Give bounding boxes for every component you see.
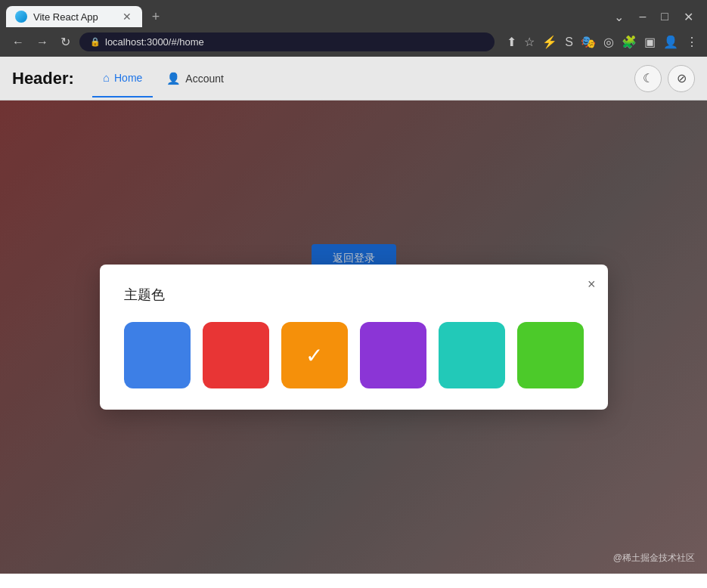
share-icon[interactable]: ⬆ [507,35,516,49]
window-controls: ⌄ – □ ✕ [609,8,701,26]
window-close-button[interactable]: ✕ [679,8,698,26]
extension4-icon[interactable]: ◎ [603,35,614,49]
dark-mode-button[interactable]: ☾ [634,65,662,92]
nav-account-label: Account [185,73,224,85]
modal-overlay: 主题色 × ✓ [0,101,707,574]
extension3-icon[interactable]: 🎭 [581,35,596,49]
app-header: Header: ⌂ Home 👤 Account ☾ ⊘ [0,57,707,101]
nav-item-home[interactable]: ⌂ Home [92,59,153,97]
tab-bar: Vite React App ✕ + ⌄ – □ ✕ [0,0,707,27]
browser-toolbar: ⬆ ☆ ⚡ S 🎭 ◎ 🧩 ▣ 👤 ⋮ [501,35,698,49]
color-swatches: ✓ [124,322,584,388]
theme-color-modal: 主题色 × ✓ [100,265,608,410]
color-swatch-teal[interactable] [439,322,505,388]
address-bar: ← → ↻ 🔒 localhost:3000/#/home ⬆ ☆ ⚡ S 🎭 … [0,27,707,57]
menu-icon[interactable]: ⋮ [686,35,698,49]
address-input[interactable]: 🔒 localhost:3000/#/home [79,32,495,51]
nav-menu: ⌂ Home 👤 Account [92,59,634,97]
color-swatch-red[interactable] [203,322,269,388]
tab-close-button[interactable]: ✕ [121,11,133,23]
nav-back-button[interactable]: ← [9,32,27,52]
nav-forward-button[interactable]: → [33,32,51,52]
new-tab-button[interactable]: + [145,6,166,27]
swatch-checkmark: ✓ [305,343,323,368]
active-tab[interactable]: Vite React App ✕ [6,6,142,27]
extension1-icon[interactable]: ⚡ [542,35,557,49]
account-icon: 👤 [166,72,181,85]
profile-icon[interactable]: 👤 [663,35,678,49]
color-swatch-green[interactable] [517,322,584,388]
modal-close-button[interactable]: × [588,277,596,292]
window-maximize-button[interactable]: □ [656,8,673,25]
color-swatch-orange[interactable]: ✓ [281,322,348,388]
home-icon: ⌂ [103,71,110,84]
extension2-icon[interactable]: S [565,36,573,49]
nav-home-label: Home [114,72,142,84]
tab-favicon [15,11,27,23]
nav-item-account[interactable]: 👤 Account [156,60,234,97]
sidebar-icon[interactable]: ▣ [644,35,656,49]
nav-reload-button[interactable]: ↻ [57,32,73,52]
bookmark-icon[interactable]: ☆ [524,35,535,49]
window-collapse-button[interactable]: ⌄ [609,8,628,26]
page-background: 返回登录 主题色 × ✓ @稀土掘金技术社区 [0,101,707,574]
watermark: @稀土掘金技术社区 [613,552,695,565]
tab-title: Vite React App [33,11,115,23]
app-title: Header: [12,69,74,88]
settings-button[interactable]: ⊘ [668,65,695,92]
header-actions: ☾ ⊘ [634,65,695,92]
lock-icon: 🔒 [90,37,101,47]
color-swatch-blue[interactable] [124,322,191,388]
puzzle-icon[interactable]: 🧩 [622,35,637,49]
modal-title: 主题色 [124,286,584,304]
window-minimize-button[interactable]: – [634,8,650,25]
address-text: localhost:3000/#/home [105,36,204,48]
color-swatch-purple[interactable] [360,322,426,388]
